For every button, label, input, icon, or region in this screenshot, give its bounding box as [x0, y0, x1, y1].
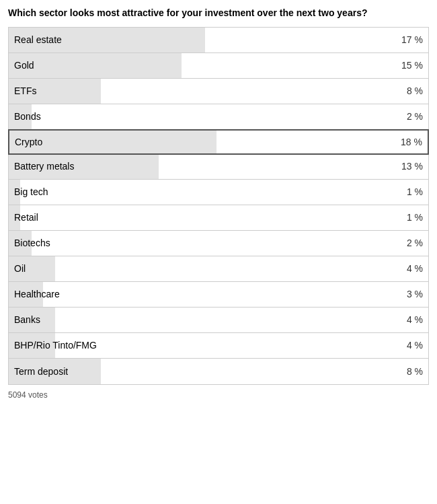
- bar-percent: 8 %: [407, 366, 423, 377]
- survey-question: Which sector looks most attractive for y…: [8, 7, 429, 20]
- bar-percent: 17 %: [401, 34, 423, 45]
- bar-row: Biotechs2 %: [9, 231, 428, 256]
- bar-percent: 3 %: [407, 289, 423, 299]
- bar-row: Term deposit8 %: [9, 359, 428, 384]
- bar-label: Battery metals: [14, 161, 396, 172]
- bar-label: Bonds: [14, 111, 401, 122]
- bar-percent: 4 %: [407, 263, 423, 274]
- bar-row: Battery metals13 %: [9, 154, 428, 180]
- bar-label: Big tech: [14, 186, 401, 197]
- bar-percent: 1 %: [407, 186, 423, 197]
- bar-row: Bonds2 %: [9, 104, 428, 130]
- bar-percent: 1 %: [407, 212, 423, 223]
- bar-row: ETFs8 %: [9, 79, 428, 104]
- bar-row: Healthcare3 %: [9, 282, 428, 308]
- bar-label: BHP/Rio Tinto/FMG: [14, 340, 401, 351]
- bar-row: Banks4 %: [9, 308, 428, 333]
- bar-label: Healthcare: [14, 289, 401, 299]
- bar-label: ETFs: [14, 85, 401, 96]
- bar-label: Real estate: [14, 34, 396, 45]
- bar-label: Crypto: [15, 137, 395, 147]
- bar-label: Retail: [14, 212, 401, 223]
- bar-percent: 4 %: [407, 314, 423, 325]
- bar-percent: 8 %: [407, 85, 423, 96]
- chart-container: Real estate17 %Gold15 %ETFs8 %Bonds2 %Cr…: [8, 27, 429, 385]
- bar-row: Oil4 %: [9, 256, 428, 282]
- bar-label: Banks: [14, 314, 401, 325]
- bar-label: Term deposit: [14, 366, 401, 377]
- bar-row: BHP/Rio Tinto/FMG4 %: [9, 333, 428, 359]
- bar-percent: 2 %: [407, 238, 423, 248]
- bar-row: Crypto18 %: [8, 129, 429, 155]
- votes-count: 5094 votes: [8, 390, 429, 400]
- bar-label: Gold: [14, 60, 396, 71]
- bar-percent: 15 %: [401, 60, 423, 71]
- bar-percent: 2 %: [407, 111, 423, 122]
- bar-percent: 18 %: [401, 137, 422, 147]
- bar-row: Real estate17 %: [9, 28, 428, 53]
- bar-label: Biotechs: [14, 238, 401, 248]
- bar-percent: 4 %: [407, 340, 423, 351]
- bar-row: Gold15 %: [9, 53, 428, 79]
- bar-row: Retail1 %: [9, 205, 428, 231]
- bar-row: Big tech1 %: [9, 180, 428, 205]
- bar-percent: 13 %: [401, 161, 423, 172]
- bar-label: Oil: [14, 263, 401, 274]
